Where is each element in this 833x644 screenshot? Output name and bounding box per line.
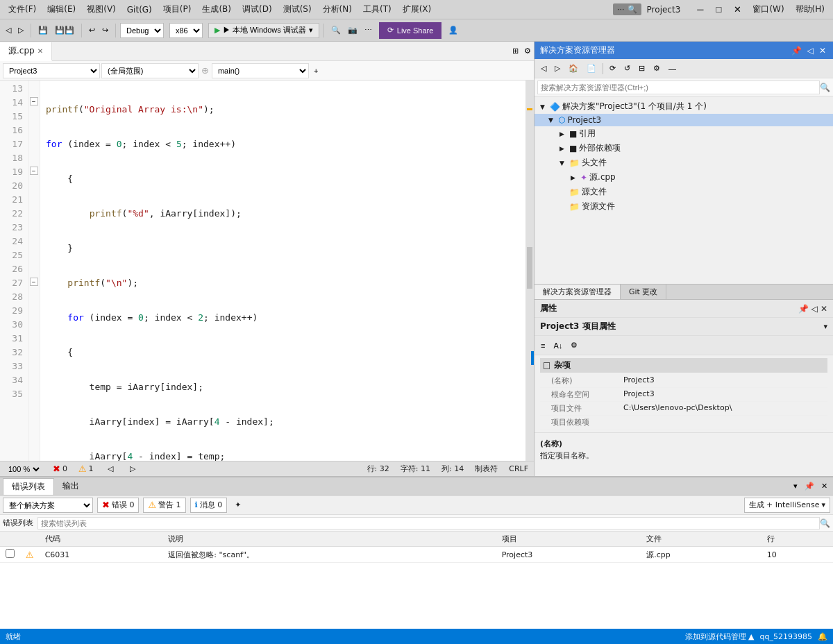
tree-item-extern-deps[interactable]: ▶ ■ 外部依赖项 [535, 141, 833, 155]
menu-build[interactable]: 生成(B) [196, 2, 237, 17]
auto-hide-properties-icon[interactable]: ◁ [811, 304, 818, 314]
global-scope-select[interactable]: (全局范围) [101, 63, 199, 78]
platform-select[interactable]: x86 [169, 23, 203, 38]
live-share-button[interactable]: ⟳ Live Share [379, 22, 442, 39]
col-code[interactable]: 代码 [40, 532, 163, 547]
menu-analyze[interactable]: 分析(N) [317, 2, 357, 17]
props-categorized-button[interactable]: ≡ [537, 339, 548, 352]
tab-git-changes[interactable]: Git 更改 [621, 285, 666, 299]
back-solution-button[interactable]: ◁ [537, 62, 550, 75]
menu-debug[interactable]: 调试(D) [237, 2, 278, 17]
forward-solution-button[interactable]: ▷ [551, 62, 564, 75]
search-errors-input[interactable] [37, 517, 820, 529]
show-all-files-button[interactable]: 📄 [583, 62, 600, 75]
solution-preview-button[interactable]: — [665, 62, 680, 75]
menu-file[interactable]: 文件(F) [3, 2, 42, 17]
screenshot-button[interactable]: 📷 [345, 24, 360, 36]
tab-output[interactable]: 输出 [54, 478, 87, 494]
misc-collapse-icon[interactable]: □ [543, 360, 554, 370]
view-properties-button[interactable]: ⚙ [650, 62, 664, 75]
undo-button[interactable]: ↩ [86, 24, 98, 36]
run-button[interactable]: ▶ ▶ 本地 Windows 调试器 ▾ [208, 23, 319, 38]
info-count-button[interactable]: ℹ 消息 0 [190, 498, 228, 513]
collapse-btn-14[interactable]: − [30, 97, 38, 105]
menu-extensions[interactable]: 扩展(X) [397, 2, 437, 17]
tab-error-list[interactable]: 错误列表 [3, 478, 54, 495]
tree-item-headers[interactable]: ▼ 📁 头文件 [535, 155, 833, 170]
tree-item-solution[interactable]: ▼ 🔷 解决方案"Project3"(1 个项目/共 1 个) [535, 99, 833, 114]
props-settings-button[interactable]: ⚙ [567, 339, 581, 352]
more-btn[interactable]: ⋯ [362, 24, 375, 36]
forward-button[interactable]: ▷ [15, 24, 26, 36]
tree-item-resource-files[interactable]: 📁 资源文件 [535, 199, 833, 214]
tab-solution-explorer[interactable]: 解决方案资源管理器 [535, 285, 621, 299]
tab-close-icon[interactable]: ✕ [37, 47, 43, 55]
bottom-panel-pin-button[interactable]: 📌 [802, 480, 817, 492]
solution-search-button[interactable]: 🔍 [820, 83, 830, 92]
bottom-panel-dropdown-button[interactable]: ▾ [791, 480, 800, 492]
menu-tools[interactable]: 工具(T) [357, 2, 397, 17]
tree-item-source-files[interactable]: 📁 源文件 [535, 185, 833, 199]
collapse-btn-19[interactable]: − [30, 167, 38, 175]
error-status[interactable]: ✖ 0 [53, 464, 67, 474]
function-select[interactable]: main() [212, 63, 309, 78]
row-check-input[interactable] [6, 549, 15, 558]
refresh-button[interactable]: ↺ [621, 62, 634, 75]
pin-icon[interactable]: 📌 [790, 46, 803, 56]
menu-window[interactable]: 窗口(W) [747, 2, 789, 17]
split-editor-button[interactable]: ⊞ [510, 45, 521, 57]
menu-edit[interactable]: 编辑(E) [42, 2, 81, 17]
close-panel-icon[interactable]: ✕ [818, 46, 827, 56]
home-solution-button[interactable]: 🏠 [565, 62, 582, 75]
col-line[interactable]: 行 [762, 532, 833, 547]
auto-hide-icon[interactable]: ◁ [806, 46, 815, 56]
tree-item-references[interactable]: ▶ ■ 引用 [535, 126, 833, 141]
save-button[interactable]: 💾 [35, 24, 51, 36]
save-all-button[interactable]: 💾💾 [52, 24, 77, 36]
back-button[interactable]: ◁ [3, 24, 14, 36]
tab-source-cpp[interactable]: 源.cpp ✕ [0, 42, 52, 61]
pin-properties-icon[interactable]: 📌 [798, 304, 809, 314]
search-toolbar[interactable]: ··· 🔍 [613, 3, 641, 15]
collapse-btn-27[interactable]: − [30, 278, 38, 286]
menu-help[interactable]: 帮助(H) [790, 2, 830, 17]
prev-error-button[interactable]: ◁ [105, 463, 116, 475]
debug-config-select[interactable]: Debug [120, 23, 164, 38]
minimize-button[interactable]: ─ [691, 3, 709, 16]
intellisense-button[interactable]: 生成 + IntelliSense ▾ [744, 498, 830, 513]
bottom-panel-close-button[interactable]: ✕ [818, 480, 830, 492]
col-desc[interactable]: 说明 [162, 532, 496, 547]
user-icon-button[interactable]: 👤 [446, 24, 461, 36]
code-editor[interactable]: 13 14 15 16 17 18 19 20 21 22 23 24 25 2… [0, 80, 534, 461]
notifications-icon[interactable]: 🔔 [818, 632, 827, 641]
diagnostics-button[interactable]: 🔍 [328, 24, 344, 36]
search-errors-button[interactable]: 🔍 [820, 518, 830, 528]
warning-status[interactable]: ⚠ 1 [78, 464, 94, 474]
props-alphabetical-button[interactable]: A↓ [550, 339, 566, 352]
menu-test[interactable]: 测试(S) [278, 2, 317, 17]
menu-view[interactable]: 视图(V) [81, 2, 121, 17]
warning-count-button[interactable]: ⚠ 警告 1 [143, 498, 185, 513]
properties-dropdown-icon[interactable]: ▾ [823, 322, 827, 331]
error-filter-select[interactable]: 整个解决方案 [3, 498, 93, 513]
code-content[interactable]: printf("Original Array is:\n"); for (ind… [40, 80, 525, 461]
solution-search-input[interactable] [537, 80, 820, 94]
tree-item-source-cpp[interactable]: ▶ ✦ 源.cpp [535, 170, 833, 185]
close-button[interactable]: ✕ [728, 3, 747, 16]
close-properties-icon[interactable]: ✕ [821, 304, 827, 314]
pending-changes-button[interactable]: ⟳ [606, 62, 619, 75]
editor-settings-button[interactable]: ⚙ [521, 45, 534, 57]
source-control-label[interactable]: 添加到源代码管理 ▲ [685, 632, 755, 642]
error-count-button[interactable]: ✖ 错误 0 [97, 498, 139, 513]
menu-git[interactable]: Git(G) [121, 3, 158, 16]
scroll-thumb[interactable] [527, 247, 532, 289]
add-member-button[interactable]: + [310, 65, 321, 77]
collapse-all-button[interactable]: ⊟ [635, 62, 648, 75]
next-error-button[interactable]: ▷ [127, 463, 138, 475]
maximize-button[interactable]: □ [711, 3, 727, 16]
tree-item-project[interactable]: ▼ ⬡ Project3 [535, 114, 833, 126]
redo-button[interactable]: ↪ [99, 24, 111, 36]
col-project[interactable]: 项目 [496, 532, 641, 547]
menu-project[interactable]: 项目(P) [158, 2, 197, 17]
project-scope-select[interactable]: Project3 [3, 63, 100, 78]
